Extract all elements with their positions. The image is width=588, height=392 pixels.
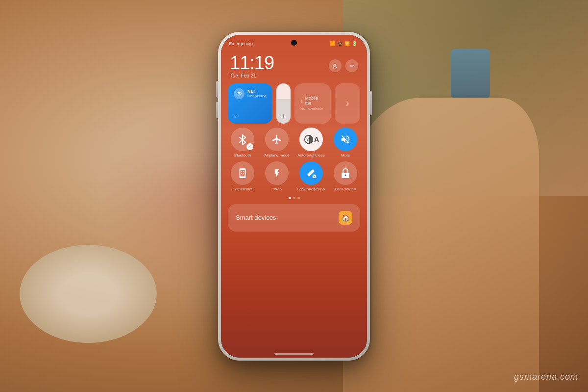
- focus-icon-button[interactable]: ◎: [329, 59, 342, 72]
- wifi-icon: [234, 88, 245, 99]
- date-display: Tue, Feb 21: [230, 73, 274, 78]
- mute-circle: [334, 128, 357, 151]
- dot-2: [293, 197, 295, 199]
- lock-orientation-label: Lock orientation: [297, 187, 325, 192]
- battery-status-icon: 🔋: [352, 41, 357, 46]
- svg-text:A: A: [307, 137, 310, 142]
- home-indicator[interactable]: [274, 353, 314, 355]
- mute-status-icon: 🔕: [337, 41, 343, 46]
- lock-orientation-circle: [299, 161, 323, 185]
- screen-content: Emergency c 📶 🔕 🛜 🔋 11:19 Tue, Feb: [221, 35, 367, 358]
- phone-frame: Emergency c 📶 🔕 🛜 🔋 11:19 Tue, Feb: [218, 32, 370, 361]
- control-center: 11:19 Tue, Feb 21 ◎ ✏: [228, 53, 360, 348]
- volume-down-button[interactable]: [216, 102, 218, 118]
- mobile-tile-top: ↕ Mobile dat: [300, 96, 325, 105]
- bluetooth-label: Bluetooth: [234, 153, 251, 158]
- power-button[interactable]: [370, 91, 372, 115]
- time-row: 11:19 Tue, Feb 21 ◎ ✏: [228, 53, 360, 78]
- lock-screen-label: Lock screen: [335, 187, 356, 192]
- wifi-network-name: NET: [247, 89, 267, 94]
- bg-object: [451, 49, 490, 98]
- screenshot-circle: [231, 161, 254, 185]
- dot-1: [289, 197, 291, 199]
- dot-3: [297, 197, 300, 199]
- smart-devices-label: Smart devices: [236, 214, 276, 221]
- brightness-sun-icon: ☀: [281, 113, 286, 120]
- screenshot-toggle[interactable]: Screenshot: [228, 161, 257, 192]
- phone-screen: Emergency c 📶 🔕 🛜 🔋 11:19 Tue, Feb: [221, 35, 367, 358]
- mute-label: Mute: [341, 153, 350, 158]
- wifi-carrier: iz: [234, 114, 267, 119]
- mobile-label: Mobile dat: [305, 96, 325, 105]
- camera-notch: [291, 40, 297, 46]
- emergency-text: Emergency c: [229, 41, 255, 46]
- volume-up-button[interactable]: [216, 81, 218, 98]
- bg-hand: [343, 98, 539, 392]
- page-dots: [228, 197, 360, 199]
- torch-circle: [265, 161, 289, 185]
- brightness-track: [276, 99, 291, 123]
- watermark: gsmarena.com: [514, 372, 578, 382]
- tiles-row: NET Connected iz ☀: [228, 83, 360, 124]
- bluetooth-circle: ✓: [231, 128, 254, 151]
- smart-devices-icon: 🏠: [339, 211, 352, 225]
- mobile-sub: Not available: [300, 106, 325, 111]
- wifi-info: NET Connected: [247, 89, 267, 98]
- music-tile[interactable]: ♪: [335, 83, 360, 124]
- edit-icon-button[interactable]: ✏: [345, 59, 358, 72]
- torch-toggle[interactable]: Torch: [262, 161, 292, 192]
- time-display: 11:19: [230, 53, 274, 72]
- mobile-signal-icon: ↕: [300, 98, 303, 104]
- toggle-grid-row2: Screenshot Torch: [228, 161, 360, 192]
- airplane-circle: [265, 128, 289, 151]
- svg-point-3: [345, 175, 346, 176]
- airplane-toggle[interactable]: Airplane mode: [262, 128, 292, 158]
- wifi-tile-top: NET Connected: [234, 88, 267, 99]
- signal-icon: 📶: [330, 41, 335, 46]
- auto-brightness-circle: A A: [299, 128, 323, 151]
- lock-screen-toggle[interactable]: Lock screen: [331, 161, 360, 192]
- bg-table: [20, 245, 157, 343]
- lock-orientation-toggle[interactable]: Lock orientation: [296, 161, 326, 192]
- bluetooth-badge: ✓: [246, 143, 253, 150]
- lock-screen-circle: [334, 161, 357, 185]
- time-action-icons: ◎ ✏: [329, 59, 358, 72]
- smart-devices-tile[interactable]: Smart devices 🏠: [228, 204, 360, 232]
- time-section: 11:19 Tue, Feb 21: [230, 53, 274, 78]
- screenshot-label: Screenshot: [233, 187, 252, 192]
- toggle-grid-row1: ✓ Bluetooth Airplane mode: [228, 128, 360, 158]
- bluetooth-toggle[interactable]: ✓ Bluetooth: [228, 128, 257, 158]
- auto-brightness-toggle[interactable]: A A Auto brightness: [296, 128, 326, 158]
- airplane-label: Airplane mode: [264, 153, 290, 158]
- wifi-status-icon: 🛜: [344, 41, 350, 46]
- music-note-icon: ♪: [345, 99, 349, 108]
- phone: Emergency c 📶 🔕 🛜 🔋 11:19 Tue, Feb: [218, 32, 370, 361]
- wifi-status-text: Connected: [247, 94, 267, 98]
- wifi-tile[interactable]: NET Connected iz: [228, 83, 272, 124]
- status-icons: 📶 🔕 🛜 🔋: [330, 41, 357, 46]
- mute-toggle[interactable]: Mute: [331, 128, 360, 158]
- torch-label: Torch: [272, 187, 282, 192]
- auto-brightness-label: Auto brightness: [297, 153, 325, 158]
- mobile-data-tile[interactable]: ↕ Mobile dat Not available: [294, 83, 331, 124]
- brightness-tile[interactable]: ☀: [276, 83, 291, 124]
